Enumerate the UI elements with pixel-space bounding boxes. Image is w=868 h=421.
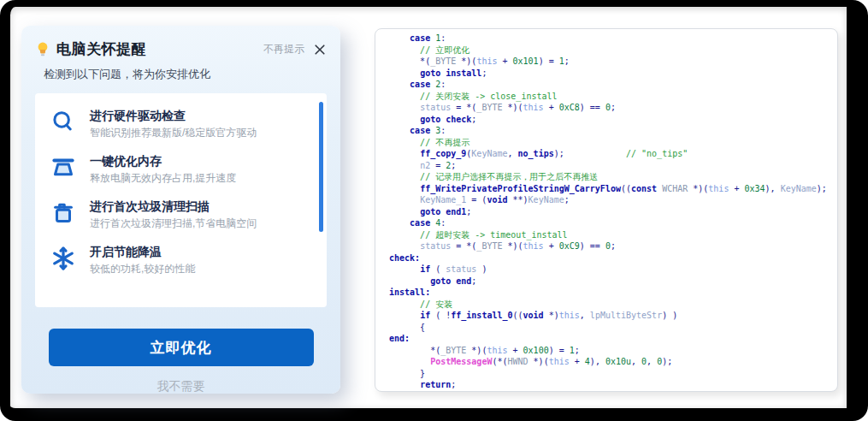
code-line: return;: [389, 379, 837, 391]
list-item-text: 一键优化内存释放电脑无效内存占用,提升速度: [90, 153, 236, 184]
code-line: check:: [389, 252, 837, 264]
code-line: ff_WritePrivateProfileStringW_CarryFlow(…: [389, 183, 837, 195]
code-line: if ( status ): [389, 264, 837, 276]
code-line: goto end1;: [389, 206, 837, 218]
list-item-desc: 智能识别推荐最新版/稳定版官方驱动: [90, 127, 257, 139]
code-line: goto end;: [389, 276, 837, 288]
code-line: // 安装: [389, 299, 837, 311]
list-item-title: 一键优化内存: [90, 153, 236, 169]
care-reminder-dialog: 电脑关怀提醒 不再提示 检测到以下问题，将为你安排优化 进行硬件驱动检查智能识别…: [21, 26, 340, 394]
code-line: PostMessageW(*(HWND *)(this + 4), 0x10u,…: [389, 356, 837, 368]
code-line: // 不再提示: [389, 137, 837, 149]
code-line: *(_BYTE *)(this + 0x100) = 1;: [389, 345, 837, 357]
pseudocode-panel: case 1: // 立即优化 *(_BYTE *)(this + 0x101)…: [375, 28, 838, 392]
snowflake-icon: [50, 246, 76, 271]
list-item: 进行硬件驱动检查智能识别推荐最新版/稳定版官方驱动: [50, 108, 304, 139]
code-line: goto install;: [389, 68, 837, 80]
close-icon[interactable]: [313, 43, 327, 56]
dialog-header: 电脑关怀提醒 不再提示: [35, 39, 327, 59]
code-line: status = *(_BYTE *)(this + 0xC9) == 0;: [389, 240, 837, 252]
list-item: 开启节能降温较低的功耗,较好的性能: [50, 244, 304, 275]
task-list-panel: 进行硬件驱动检查智能识别推荐最新版/稳定版官方驱动一键优化内存释放电脑无效内存占…: [35, 93, 327, 307]
window-frame: 电脑关怀提醒 不再提示 检测到以下问题，将为你安排优化 进行硬件驱动检查智能识别…: [0, 0, 868, 421]
search-icon: [50, 110, 76, 135]
task-list: 进行硬件驱动检查智能识别推荐最新版/稳定版官方驱动一键优化内存释放电脑无效内存占…: [50, 108, 304, 275]
dialog-title: 电脑关怀提醒: [56, 39, 146, 59]
code-line: KeyName_1 = (void **)KeyName;: [389, 194, 837, 206]
broom-icon: [50, 155, 76, 181]
trash-icon: [50, 200, 76, 226]
list-item-title: 进行硬件驱动检查: [90, 108, 257, 123]
code-line: // 超时安装 -> timeout_install: [389, 229, 837, 241]
list-item-text: 进行首次垃圾清理扫描进行首次垃圾清理扫描,节省电脑空间: [90, 199, 257, 229]
code-line: ff_copy_9(KeyName, no_tips); // "no_tips…: [389, 148, 837, 160]
code-line: status = *(_BYTE *)(this + 0xC8) == 0;: [389, 102, 837, 114]
list-item-desc: 释放电脑无效内存占用,提升速度: [90, 172, 236, 184]
code-line: case 1:: [389, 33, 837, 44]
list-item-title: 进行首次垃圾清理扫描: [90, 199, 257, 214]
no-more-tips-link[interactable]: 不再提示: [263, 42, 304, 56]
list-item-desc: 较低的功耗,较好的性能: [90, 263, 195, 275]
code-line: // 关闭安装 -> close_install: [389, 91, 837, 103]
code-line: install:: [389, 287, 837, 299]
code-line: {: [389, 322, 837, 334]
list-item-title: 开启节能降温: [90, 244, 195, 259]
code-line: end:: [389, 333, 837, 345]
list-item-desc: 进行首次垃圾清理扫描,节省电脑空间: [90, 217, 257, 229]
code-line: n2 = 2;: [389, 160, 837, 172]
list-item: 进行首次垃圾清理扫描进行首次垃圾清理扫描,节省电脑空间: [50, 199, 304, 229]
code-line: goto check;: [389, 114, 837, 126]
code-line: *(_BYTE *)(this + 0x101) = 1;: [389, 56, 837, 68]
scrollbar-thumb[interactable]: [319, 102, 323, 232]
lightbulb-icon: [35, 41, 50, 58]
list-item: 一键优化内存释放电脑无效内存占用,提升速度: [50, 153, 304, 184]
dialog-subtitle: 检测到以下问题，将为你安排优化: [44, 67, 327, 82]
screenshot-canvas: 电脑关怀提醒 不再提示 检测到以下问题，将为你安排优化 进行硬件驱动检查智能识别…: [0, 0, 868, 421]
code-line: // 记录用户选择不再提示，用于之后不再推送: [389, 171, 837, 183]
code-line: case 2:: [389, 79, 837, 91]
optimize-now-button[interactable]: 立即优化: [49, 329, 314, 366]
code-line: if ( !ff_install_0((void *)this, lpMulti…: [389, 310, 837, 322]
decline-link[interactable]: 我不需要: [35, 379, 327, 394]
list-item-text: 开启节能降温较低的功耗,较好的性能: [90, 244, 195, 275]
pseudocode-listing: case 1: // 立即优化 *(_BYTE *)(this + 0x101)…: [375, 29, 837, 391]
code-line: }: [389, 368, 837, 380]
code-line: case 3:: [389, 125, 837, 137]
code-line: case 4:: [389, 217, 837, 229]
code-line: // 立即优化: [389, 44, 837, 56]
content-area: 电脑关怀提醒 不再提示 检测到以下问题，将为你安排优化 进行硬件驱动检查智能识别…: [10, 7, 847, 408]
list-item-text: 进行硬件驱动检查智能识别推荐最新版/稳定版官方驱动: [90, 108, 257, 139]
